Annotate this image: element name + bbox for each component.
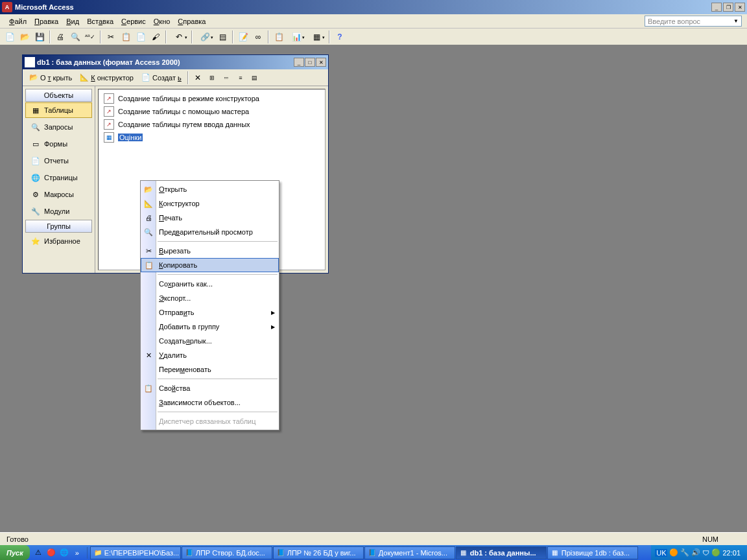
ctx-addgroup[interactable]: Добавить в группу▶ xyxy=(141,320,279,334)
preview-icon[interactable]: 🔍 xyxy=(68,30,82,44)
task-explorer[interactable]: 📁E:\ПЕРЕВІРЕНО\Баз... xyxy=(90,546,181,559)
code-icon[interactable]: 📝 xyxy=(236,30,250,44)
ctx-saveas[interactable]: Сохранить как... xyxy=(141,277,279,291)
nav-forms[interactable]: ▭Формы xyxy=(25,136,92,152)
nav-tables[interactable]: ▦Таблицы xyxy=(25,102,92,118)
print-icon[interactable]: 🖨 xyxy=(53,30,67,44)
officelinks-icon[interactable]: 🔗 xyxy=(195,30,215,44)
spellcheck-icon[interactable]: ᴬᴮ✓ xyxy=(83,30,97,44)
ctx-design[interactable]: 📐Конструктор xyxy=(141,196,279,211)
save-icon[interactable]: 💾 xyxy=(32,30,47,44)
nav-queries[interactable]: 🔍Запросы xyxy=(25,119,92,135)
ql-icon[interactable]: 🌐 xyxy=(58,547,70,559)
ctx-preview[interactable]: 🔍Предварительный просмотр xyxy=(141,225,279,239)
ctx-export[interactable]: Экспорт... xyxy=(141,291,279,305)
status-bar: Готово NUM xyxy=(0,532,747,545)
ctx-cut[interactable]: ✂Вырезать xyxy=(141,244,279,258)
ctx-copy[interactable]: 📋Копировать xyxy=(141,258,279,272)
copy-icon[interactable]: 📋 xyxy=(119,30,133,44)
tray-icon[interactable]: 🟠 xyxy=(669,548,678,557)
analyze-icon[interactable]: ▤ xyxy=(215,30,230,44)
paste-icon[interactable]: 📄 xyxy=(134,30,148,44)
relationships-icon[interactable]: ∞ xyxy=(251,30,265,44)
menu-help[interactable]: Справка xyxy=(174,16,209,27)
menu-file[interactable]: Файл xyxy=(5,16,30,27)
new-icon[interactable]: 📄 xyxy=(3,30,17,44)
ctx-shortcut[interactable]: Создать ярлык... xyxy=(141,334,279,348)
tray-icon[interactable]: 🛡 xyxy=(702,549,709,557)
menu-tools[interactable]: Сервис xyxy=(117,16,150,27)
app-icon: A xyxy=(2,2,12,12)
task-word3[interactable]: 📘Документ1 - Micros... xyxy=(364,546,455,559)
dbwin-new-button[interactable]: 📄Создать xyxy=(137,72,185,83)
newobj-icon[interactable]: 📊 xyxy=(287,30,306,44)
volume-icon[interactable]: 🔊 xyxy=(691,548,700,557)
dbwin-open-button[interactable]: 📂Открыть xyxy=(25,72,76,83)
status-num: NUM xyxy=(702,535,718,543)
ctx-delete[interactable]: ✕Удалить xyxy=(141,348,279,362)
nav-favorites[interactable]: ⭐Избранное xyxy=(25,233,92,249)
ql-icon[interactable]: ⚠ xyxy=(32,547,44,559)
ctx-print[interactable]: 🖨Печать xyxy=(141,211,279,225)
dbwin-maximize[interactable]: □ xyxy=(305,58,315,67)
dbwin-list-icon[interactable]: ≡ xyxy=(233,71,248,85)
task-word1[interactable]: 📘ЛПР Створ. БД.doc... xyxy=(182,546,272,559)
format-painter-icon[interactable]: 🖌 xyxy=(148,30,163,44)
dbwin-delete-icon[interactable]: ✕ xyxy=(191,71,205,85)
properties-icon[interactable]: 📋 xyxy=(272,30,286,44)
separator xyxy=(232,30,233,43)
tools-icon[interactable]: ▦ xyxy=(307,30,326,44)
dbwin-close[interactable]: ✕ xyxy=(316,58,326,67)
nav-pages[interactable]: 🌐Страницы xyxy=(25,170,92,185)
dbwin-large-icons[interactable]: ⊞ xyxy=(205,71,219,85)
design-icon: 📐 xyxy=(143,198,154,209)
ctx-deps[interactable]: Зависимости объектов... xyxy=(141,395,279,410)
forms-icon: ▭ xyxy=(31,139,40,148)
menu-edit[interactable]: Правка xyxy=(30,16,62,27)
table-item[interactable]: ▦Оцінки xyxy=(101,131,322,144)
nav-reports[interactable]: 📄Отчеты xyxy=(25,153,92,169)
ctx-send[interactable]: Отправить▶ xyxy=(141,305,279,320)
cut-icon[interactable]: ✂ xyxy=(104,30,118,44)
menu-insert[interactable]: Вставка xyxy=(83,16,117,27)
wizard-icon: ↗ xyxy=(104,119,114,130)
ask-question-box[interactable]: Введите вопрос▼ xyxy=(645,16,742,27)
task-word2[interactable]: 📘ЛПР № 26 БД у виг... xyxy=(273,546,364,559)
macros-icon: ⚙ xyxy=(31,190,40,199)
preview-icon: 🔍 xyxy=(143,227,154,237)
ql-icon-chevron[interactable]: » xyxy=(71,547,83,559)
ctx-properties[interactable]: 📋Свойства xyxy=(141,381,279,395)
restore-button[interactable]: ❐ xyxy=(723,3,733,12)
tray-icon[interactable]: 🔧 xyxy=(680,548,689,557)
create-table-design[interactable]: ↗Создание таблицы в режиме конструктора xyxy=(101,92,322,105)
ctx-separator xyxy=(158,412,278,412)
nav-macros[interactable]: ⚙Макросы xyxy=(25,187,92,202)
create-table-data[interactable]: ↗Создание таблицы путем ввода данных xyxy=(101,118,322,131)
cut-icon: ✂ xyxy=(143,246,154,256)
menu-window[interactable]: Окно xyxy=(150,16,174,27)
pages-icon: 🌐 xyxy=(31,173,40,182)
menu-view[interactable]: Вид xyxy=(62,16,83,27)
taskbar-clock[interactable]: 22:01 xyxy=(722,549,743,557)
start-button[interactable]: Пуск xyxy=(0,545,30,560)
dbwin-details-icon[interactable]: ▤ xyxy=(248,71,262,85)
create-table-wizard[interactable]: ↗Создание таблицы с помощью мастера xyxy=(101,105,322,118)
dbwin-titlebar: ▦ db1 : база данных (формат Access 2000)… xyxy=(23,55,328,69)
lang-indicator[interactable]: UK xyxy=(655,549,667,557)
task-db1[interactable]: ▦db1 : база данны... xyxy=(456,546,547,559)
nav-modules[interactable]: 🔧Модули xyxy=(25,204,92,219)
undo-icon[interactable]: ↶ xyxy=(169,30,189,44)
help-icon[interactable]: ? xyxy=(333,30,347,44)
ql-icon[interactable]: 🔴 xyxy=(45,547,57,559)
dbwin-minimize[interactable]: _ xyxy=(294,58,304,67)
tray-icon[interactable]: 🟢 xyxy=(711,548,720,557)
wizard-icon: ↗ xyxy=(104,93,114,104)
ctx-rename[interactable]: Переименовать xyxy=(141,362,279,377)
minimize-button[interactable]: _ xyxy=(711,3,722,12)
ctx-open[interactable]: 📂Открыть xyxy=(141,182,279,196)
dbwin-small-icons[interactable]: ▫▫ xyxy=(219,71,233,85)
open-icon[interactable]: 📂 xyxy=(18,30,32,44)
task-db2[interactable]: ▦Прізвище 1db : баз... xyxy=(547,546,638,559)
dbwin-design-button[interactable]: 📐Конструктор xyxy=(76,72,137,83)
close-button[interactable]: ✕ xyxy=(735,3,745,12)
